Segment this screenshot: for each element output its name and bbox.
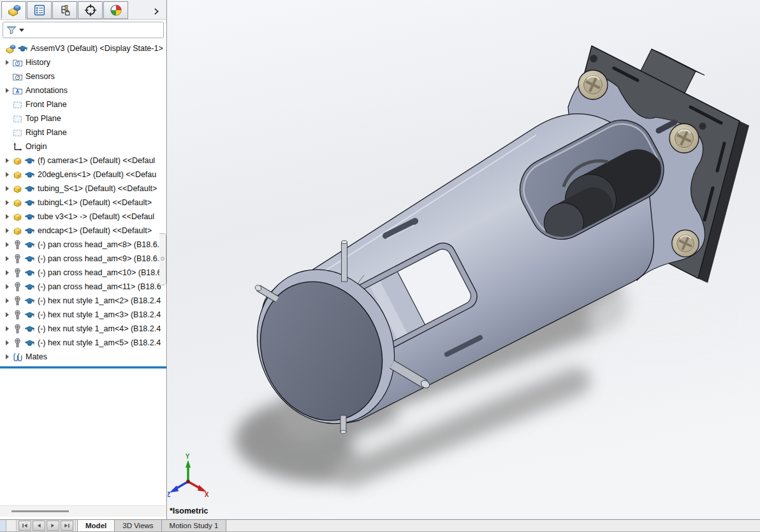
education-cap-icon [24, 212, 35, 222]
mates-paperclip-icon [12, 352, 23, 363]
tree-item-top-plane[interactable]: Top Plane [0, 111, 166, 126]
screw-icon [12, 296, 23, 306]
expand-arrow-icon[interactable] [3, 198, 12, 207]
tree-item-annotations[interactable]: Annotations [0, 83, 166, 97]
tree-item-20deglens[interactable]: 20degLens<1> (Default) <<Defau [0, 168, 166, 182]
panel-horizontal-scrollbar[interactable] [0, 505, 166, 517]
tree-item-hex-nut-4[interactable]: (-) hex nut style 1_am<4> (B18.2.4 [0, 322, 166, 336]
expand-arrow-icon[interactable] [3, 268, 12, 277]
education-cap-icon [24, 198, 35, 208]
origin-icon [12, 141, 23, 152]
tree-item-tube-v3[interactable]: tube v3<1> -> (Default) <<Defaul [0, 210, 166, 224]
expand-arrow-spacer [3, 128, 12, 137]
expand-arrow-spacer [3, 142, 12, 151]
first-tab-button[interactable] [18, 521, 31, 531]
screw-icon [12, 254, 23, 264]
displaymanager-tab[interactable] [103, 1, 128, 19]
education-cap-icon [17, 43, 28, 54]
education-cap-icon [24, 338, 35, 349]
tree-item-pan-cross-head-10[interactable]: (-) pan cross head_am<10> (B18.6 [0, 266, 166, 280]
expand-arrow-icon[interactable] [3, 324, 12, 333]
panel-expand-button[interactable] [150, 4, 163, 19]
expand-arrow-icon[interactable] [3, 170, 12, 179]
education-cap-icon [24, 268, 35, 278]
configurationmanager-icon [58, 3, 72, 17]
last-tab-button[interactable] [61, 521, 73, 531]
tree-item-sensors[interactable]: Sensors [0, 69, 166, 83]
feature-tree: AssemV3 (Default) <Display State-1> Hist… [0, 40, 166, 368]
tree-item-tubing-s[interactable]: tubing_S<1> (Default) <<Default> [0, 182, 166, 196]
education-cap-icon [24, 183, 35, 194]
tree-item-camera[interactable]: (f) camera<1> (Default) <<Defaul [0, 154, 166, 168]
tree-item-hex-nut-5[interactable]: (-) hex nut style 1_am<5> (B18.2.4 [0, 336, 166, 350]
tree-item-history[interactable]: History [0, 55, 166, 69]
document-tabs: Model 3D Views Motion Study 1 [77, 520, 226, 531]
education-cap-icon [24, 324, 35, 334]
education-cap-icon [24, 282, 35, 292]
document-tab-bar: Model 3D Views Motion Study 1 [0, 519, 760, 532]
plane-icon [12, 113, 23, 124]
expand-arrow-icon[interactable] [3, 296, 12, 305]
expand-arrow-icon[interactable] [3, 86, 12, 95]
tree-item-pan-cross-head-9[interactable]: (-) pan cross head_am<9> (B18.6. [0, 252, 166, 266]
part-icon [12, 198, 23, 208]
tree-item-front-plane[interactable]: Front Plane [0, 97, 166, 111]
expand-arrow-icon[interactable] [3, 254, 12, 263]
previous-tab-button[interactable] [33, 521, 45, 531]
tab-3d-views[interactable]: 3D Views [115, 520, 161, 531]
expand-arrow-icon[interactable] [3, 226, 12, 235]
expand-arrow-icon[interactable] [3, 352, 12, 361]
education-cap-icon [24, 155, 35, 166]
dimxpertmanager-tab[interactable] [78, 1, 103, 19]
education-cap-icon [24, 240, 35, 250]
education-cap-icon [24, 296, 35, 306]
configurationmanager-tab[interactable] [52, 1, 77, 19]
screw-icon [12, 310, 23, 320]
tree-item-tubingl[interactable]: tubingL<1> (Default) <<Default> [0, 196, 166, 210]
chevron-right-icon [151, 6, 161, 17]
expand-arrow-icon[interactable] [3, 212, 12, 221]
featuremanager-tab-strip [0, 0, 166, 20]
tab-nav-buttons [16, 520, 76, 531]
expand-arrow-icon[interactable] [3, 184, 12, 193]
scrollbar-grip-dot [161, 257, 164, 261]
tree-item-right-plane[interactable]: Right Plane [0, 126, 166, 140]
next-tab-button[interactable] [47, 521, 59, 531]
expand-arrow-spacer [3, 114, 12, 123]
solidworks-window: AssemV3 (Default) <Display State-1> Hist… [0, 0, 760, 532]
expand-arrow-icon[interactable] [3, 58, 12, 67]
tree-filter-box[interactable] [3, 22, 164, 38]
tree-item-endcap[interactable]: endcap<1> (Default) <<Default> [0, 224, 166, 238]
assembly-featuremanager-tab[interactable] [1, 1, 26, 19]
tree-item-pan-cross-head-8[interactable]: (-) pan cross head_am<8> (B18.6. [0, 238, 166, 252]
tree-item-hex-nut-2[interactable]: (-) hex nut style 1_am<2> (B18.2.4 [0, 294, 166, 308]
flange-hole [699, 123, 706, 130]
tab-motion-study-1[interactable]: Motion Study 1 [162, 520, 227, 531]
tree-item-assembly-root[interactable]: AssemV3 (Default) <Display State-1> [0, 41, 166, 55]
expand-arrow-icon[interactable] [3, 282, 12, 291]
filter-dropdown-caret[interactable] [19, 29, 24, 32]
tab-model[interactable]: Model [77, 520, 115, 531]
tree-scrollbar-handle[interactable] [159, 233, 166, 285]
3d-viewport[interactable]: Y Z X [168, 0, 760, 519]
tree-item-origin[interactable]: Origin [0, 140, 166, 154]
education-cap-icon [24, 310, 35, 320]
expand-arrow-icon[interactable] [3, 156, 12, 165]
part-icon [12, 226, 23, 236]
y-axis-label: Y [186, 453, 190, 460]
tree-item-hex-nut-3[interactable]: (-) hex nut style 1_am<3> (B18.2.4 [0, 308, 166, 322]
screw-icon [12, 240, 23, 250]
expand-arrow-icon[interactable] [3, 338, 12, 347]
scrollbar-thumb[interactable] [11, 510, 69, 512]
expand-arrow-icon[interactable] [3, 240, 12, 249]
part-icon [12, 169, 23, 180]
propertymanager-tab[interactable] [27, 1, 52, 19]
plane-icon [12, 99, 23, 110]
expand-arrow-icon[interactable] [3, 310, 12, 319]
tree-item-mates[interactable]: Mates [0, 350, 166, 364]
screw-icon [12, 282, 23, 292]
rollback-bar[interactable] [0, 366, 166, 368]
tree-item-pan-cross-head-11[interactable]: (-) pan cross head_am<11> (B18.6 [0, 280, 166, 294]
displaymanager-icon [109, 3, 123, 17]
sensors-folder-icon [12, 71, 23, 82]
